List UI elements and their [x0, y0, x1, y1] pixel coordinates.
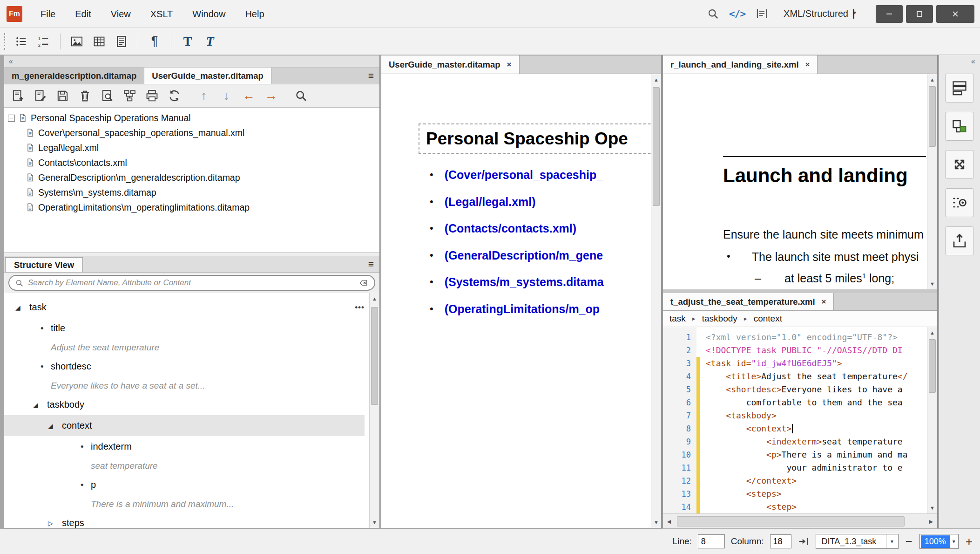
structure-node-there-is-a-minimum-and-maximum[interactable]: There is a minimum and maximum...	[4, 495, 365, 513]
menu-view[interactable]: View	[101, 0, 141, 28]
scroll-down-icon[interactable]: ▼	[651, 518, 661, 527]
image-icon[interactable]	[67, 32, 87, 51]
collapsed-marker-icon[interactable]: ▷	[48, 520, 62, 527]
structure-node-steps[interactable]: ▷steps	[4, 513, 365, 528]
code-line-5[interactable]: <shortdesc>Everyone likes to have a	[706, 383, 927, 396]
tab-userguide-master-ditamap[interactable]: UserGuide_master.ditamap	[144, 68, 271, 84]
scroll-up-icon[interactable]: ▲	[370, 294, 379, 303]
bold-text-icon[interactable]: T	[177, 32, 198, 51]
structure-node-everyone-likes-to-have-a-seat-at-a-set[interactable]: Everyone likes to have a seat at a set..…	[4, 377, 365, 394]
hamburger-icon[interactable]: ≡	[363, 259, 379, 270]
window-maximize-button[interactable]	[906, 5, 933, 23]
code-horizontal-scrollbar[interactable]: ◀ ▶	[663, 513, 937, 529]
scrollbar-thumb[interactable]	[929, 86, 936, 147]
demote-icon[interactable]: →	[260, 86, 282, 106]
search-icon[interactable]	[706, 7, 720, 21]
scrollbar-thumb[interactable]	[929, 339, 936, 393]
scroll-up-icon[interactable]: ▲	[927, 328, 937, 337]
topic-paragraph[interactable]: Ensure the launch site meets minimum	[723, 228, 924, 241]
conditional-text-icon[interactable]	[945, 188, 974, 217]
toolbar-grip[interactable]	[4, 33, 7, 50]
collapse-panel-icon[interactable]: «	[971, 57, 975, 66]
structure-view-tab[interactable]: Structure View	[5, 257, 83, 272]
code-view-icon[interactable]: </>	[729, 7, 745, 21]
document-icon[interactable]	[111, 32, 132, 51]
scroll-down-icon[interactable]: ▼	[927, 279, 937, 288]
map-tree-root[interactable]: −Personal Spaceship Operations Manual	[4, 110, 379, 125]
bullet-list-icon[interactable]	[11, 32, 32, 51]
scroll-right-icon[interactable]: ▶	[926, 514, 936, 529]
zoom-out-button[interactable]: −	[905, 534, 913, 549]
topicref-link[interactable]: (Contacts/contacts.xml)	[445, 222, 576, 235]
close-icon[interactable]: ×	[822, 297, 826, 307]
map-document-scrollbar[interactable]: ▲ ▼	[651, 74, 661, 528]
clear-search-icon[interactable]	[358, 279, 369, 287]
new-map-icon[interactable]	[7, 86, 28, 106]
tab-t-adjust-the-seat-temperature[interactable]: t_adjust_the_seat_temperature.xml ×	[663, 293, 834, 310]
topic-bullet-item[interactable]: • The launch site must meet physi	[727, 250, 919, 264]
print-icon[interactable]	[141, 86, 162, 106]
search-icon[interactable]	[290, 86, 311, 106]
map-structure-icon[interactable]	[119, 86, 140, 106]
code-line-8[interactable]: <context>	[706, 422, 927, 435]
map-tree-item-generaldescription-m-generaldescription-[interactable]: GeneralDescription\m_generaldescription.…	[4, 170, 379, 185]
expanded-marker-icon[interactable]: ◢	[15, 304, 29, 311]
close-icon[interactable]: ×	[805, 60, 810, 69]
map-tree-item-cover-personal-spaceship-operations-manu[interactable]: Cover\personal_spaceship_operations_manu…	[4, 125, 379, 140]
code-line-2[interactable]: <!DOCTYPE task PUBLIC "-//OASIS//DTD DI	[706, 344, 927, 357]
move-up-icon[interactable]: ↑	[193, 86, 215, 106]
topicref-link[interactable]: (Legal/legal.xml)	[445, 195, 536, 209]
structure-node-shortdesc[interactable]: •shortdesc	[4, 356, 365, 377]
code-line-6[interactable]: comfortable to them and the sea	[706, 396, 927, 409]
breadcrumb-task[interactable]: task	[669, 314, 686, 324]
tree-expander-icon[interactable]: −	[8, 115, 15, 122]
code-line-3[interactable]: <task id="id_jw4fU6E6dEJ5">	[706, 357, 927, 370]
column-input[interactable]	[770, 534, 791, 548]
frames-icon[interactable]	[945, 74, 974, 103]
preview-icon[interactable]	[96, 86, 118, 106]
structure-node-context[interactable]: ◢context	[4, 415, 365, 436]
code-line-7[interactable]: <taskbody>	[706, 409, 927, 422]
collapse-panel-icon[interactable]: «	[9, 58, 13, 65]
pilcrow-icon[interactable]: ¶	[144, 32, 165, 51]
window-close-button[interactable]	[936, 5, 974, 23]
swap-arrows-icon[interactable]	[945, 150, 974, 179]
structure-node-seat-temperature[interactable]: seat temperature	[4, 457, 365, 474]
code-line-12[interactable]: </context>	[706, 474, 927, 487]
structure-node-title[interactable]: •title	[4, 318, 365, 339]
italic-text-icon[interactable]: T	[200, 32, 220, 51]
publish-icon[interactable]	[945, 226, 974, 255]
code-line-4[interactable]: <title>Adjust the seat temperature</	[706, 370, 927, 383]
menu-edit[interactable]: Edit	[65, 0, 101, 28]
map-tree-item-legal-legal-xml[interactable]: Legal\legal.xml	[4, 140, 379, 155]
hamburger-icon[interactable]: ≡	[363, 70, 379, 82]
map-tree-item-systems-m-systems-ditamap[interactable]: Systems\m_systems.ditamap	[4, 185, 379, 200]
tab-r-launch-and-landing-site[interactable]: r_launch_and_landing_site.xml ×	[663, 55, 818, 74]
structure-node-indexterm[interactable]: •indexterm	[4, 436, 365, 457]
topicref-link[interactable]: (Systems/m_systems.ditama	[445, 275, 604, 289]
text-frame-icon[interactable]	[755, 7, 769, 21]
scrollbar-thumb[interactable]	[653, 87, 660, 206]
code-line-10[interactable]: <p>There is a minimum and ma	[706, 448, 927, 461]
topicref-link[interactable]: (GeneralDescription/m_gene	[445, 249, 603, 262]
map-tree-item-operatinglimitations-m-operatinglimitati[interactable]: OperatingLimitations\m_operatinglimitati…	[4, 200, 379, 215]
promote-icon[interactable]: ←	[238, 86, 259, 106]
tab-m-generaldescription-ditamap[interactable]: m_generaldescription.ditamap	[4, 68, 144, 84]
close-icon[interactable]: ×	[507, 60, 512, 69]
element-catalog-dropdown[interactable]: DITA_1.3_task ▾	[816, 534, 899, 549]
zoom-in-button[interactable]: +	[965, 534, 973, 549]
scroll-down-icon[interactable]: ▼	[370, 518, 379, 527]
map-tree-item-contacts-contacts-xml[interactable]: Contacts\contacts.xml	[4, 155, 379, 170]
menu-xslt[interactable]: XSLT	[141, 0, 183, 28]
delete-icon[interactable]	[74, 86, 95, 106]
zoom-dropdown[interactable]: 100% ▾	[919, 534, 959, 549]
map-document-title[interactable]: Personal Spaceship Ope	[419, 123, 661, 154]
jump-to-icon[interactable]	[798, 535, 810, 547]
structure-search-input[interactable]	[28, 278, 354, 287]
menu-window[interactable]: Window	[182, 0, 235, 28]
scroll-up-icon[interactable]: ▲	[651, 75, 661, 84]
workspace-selector[interactable]: XML/Structured ▾	[784, 8, 854, 19]
scroll-up-icon[interactable]: ▲	[927, 75, 937, 84]
structure-node-taskbody[interactable]: ◢taskbody	[4, 394, 365, 415]
code-line-13[interactable]: <steps>	[706, 487, 927, 500]
